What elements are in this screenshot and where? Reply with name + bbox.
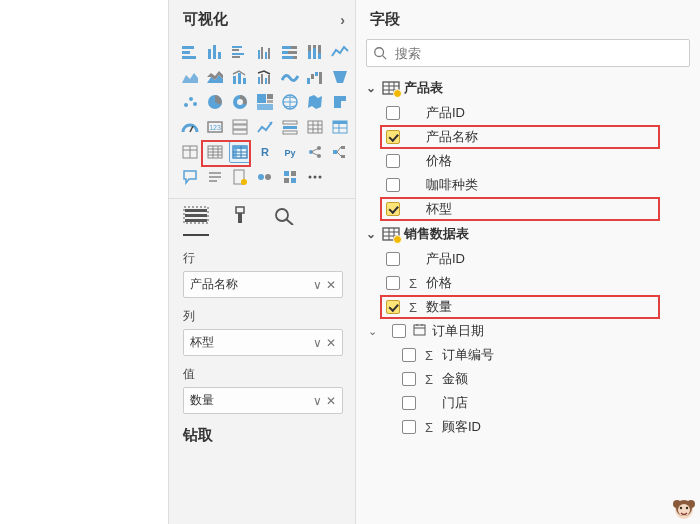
field-row[interactable]: 价格 [356,149,700,173]
svg-rect-33 [261,74,263,84]
field-row[interactable]: 产品ID [356,101,700,125]
matrix-visual-icon[interactable] [229,141,251,163]
svg-rect-55 [233,120,247,124]
arcgis-icon[interactable] [254,166,276,188]
line-stacked-column-icon[interactable] [229,66,251,88]
shape-map-icon[interactable] [329,91,351,113]
qna-icon[interactable] [179,166,201,188]
field-checkbox[interactable] [386,130,400,144]
pie-icon[interactable] [204,91,226,113]
stacked-bar-icon[interactable] [179,41,201,63]
visualizations-header[interactable]: 可视化 › [169,0,355,39]
paginated-icon[interactable] [229,166,251,188]
fields-header[interactable]: 字段 [356,0,700,39]
key-influencers-icon[interactable] [304,141,326,163]
format-tab[interactable] [227,205,253,236]
field-checkbox[interactable] [386,276,400,290]
narrative-icon[interactable] [204,166,226,188]
field-row[interactable]: ⌄ 订单日期 [356,319,700,343]
svg-point-111 [319,176,322,179]
svg-rect-0 [182,46,194,49]
field-row[interactable]: 产品ID [356,247,700,271]
field-row[interactable]: 产品名称 [356,125,700,149]
table-visual-icon[interactable] [204,141,226,163]
search-input[interactable] [393,45,683,62]
map-icon[interactable] [279,91,301,113]
field-row[interactable]: 杯型 [356,197,700,221]
field-checkbox[interactable] [392,324,406,338]
svg-rect-38 [315,72,318,76]
field-row[interactable]: 咖啡种类 [356,173,700,197]
field-checkbox[interactable] [386,154,400,168]
fields-search[interactable] [366,39,690,67]
remove-icon[interactable]: ✕ [326,336,336,350]
field-checkbox[interactable] [402,372,416,386]
svg-rect-117 [238,213,242,223]
donut-icon[interactable] [229,91,251,113]
field-row[interactable]: Σ 金额 [356,367,700,391]
svg-line-121 [383,56,387,60]
calendar-icon [412,323,426,339]
line-clustered-column-icon[interactable] [254,66,276,88]
values-label: 值 [183,366,343,383]
table-icon[interactable] [304,116,326,138]
fields-tab[interactable] [183,205,209,236]
field-label: 订单编号 [442,346,494,364]
stacked-area-icon[interactable] [204,66,226,88]
field-row[interactable]: Σ 价格 [356,271,700,295]
field-checkbox[interactable] [386,106,400,120]
field-checkbox[interactable] [386,202,400,216]
field-checkbox[interactable] [386,252,400,266]
values-well[interactable]: 数量 ∨✕ [183,387,343,414]
stacked-column-100-icon[interactable] [304,41,326,63]
svg-rect-8 [232,53,244,55]
py-script-icon[interactable]: Py [279,141,301,163]
waterfall-icon[interactable] [304,66,326,88]
powerapps-icon[interactable] [279,166,301,188]
field-row[interactable]: Σ 订单编号 [356,343,700,367]
field-checkbox[interactable] [402,396,416,410]
svg-rect-15 [291,46,297,49]
funnel-icon[interactable] [329,66,351,88]
area-chart-icon[interactable] [179,66,201,88]
r-script-icon[interactable]: R [254,141,276,163]
table-row[interactable]: ⌄ 产品表 [356,75,700,101]
decomposition-icon[interactable] [329,141,351,163]
line-chart-icon[interactable] [329,41,351,63]
sigma-icon: Σ [422,348,436,363]
filled-map-icon[interactable] [304,91,326,113]
slicer-icon[interactable] [279,116,301,138]
table-row[interactable]: ⌄ 销售数据表 [356,221,700,247]
field-checkbox[interactable] [386,178,400,192]
ribbon-chart-icon[interactable] [279,66,301,88]
field-row[interactable]: Σ 数量 [356,295,700,319]
field-checkbox[interactable] [402,420,416,434]
remove-icon[interactable]: ✕ [326,278,336,292]
svg-rect-94 [341,146,345,149]
clustered-bar-icon[interactable] [229,41,251,63]
stacked-bar-100-icon[interactable] [279,41,301,63]
analytics-tab[interactable] [271,205,297,236]
drillthrough-header[interactable]: 钻取 [169,414,355,451]
r-visual-icon[interactable] [179,141,201,163]
svg-rect-108 [291,178,296,183]
scatter-icon[interactable] [179,91,201,113]
field-checkbox[interactable] [402,348,416,362]
matrix-border-icon[interactable] [329,116,351,138]
columns-well[interactable]: 杯型 ∨✕ [183,329,343,356]
remove-icon[interactable]: ✕ [326,394,336,408]
field-row[interactable]: 门店 [356,391,700,415]
field-row[interactable]: Σ 顾客ID [356,415,700,439]
field-checkbox[interactable] [386,300,400,314]
kpi-icon[interactable] [254,116,276,138]
rows-well[interactable]: 产品名称 ∨✕ [183,271,343,298]
more-visuals-icon[interactable] [304,166,326,188]
svg-line-96 [337,147,341,152]
card-icon[interactable]: 123 [204,116,226,138]
svg-point-110 [314,176,317,179]
stacked-column-icon[interactable] [204,41,226,63]
clustered-column-icon[interactable] [254,41,276,63]
treemap-icon[interactable] [254,91,276,113]
multi-row-card-icon[interactable] [229,116,251,138]
gauge-icon[interactable] [179,116,201,138]
